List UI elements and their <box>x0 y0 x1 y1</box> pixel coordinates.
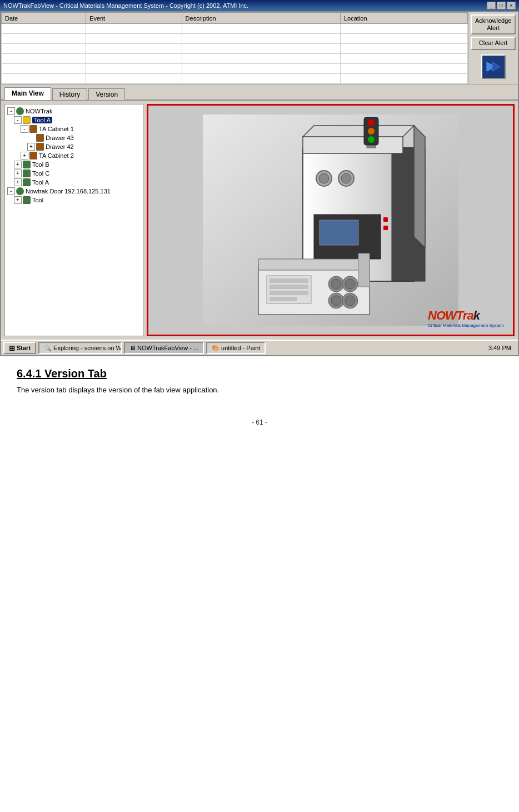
explorer-icon: 🔍 <box>44 345 52 352</box>
title-bar-text: NOWTrakFabView - Critical Materials Mana… <box>3 2 248 9</box>
tree-label: Nowtrak Door 192.168.125.131 <box>26 188 111 195</box>
screenshot-wrapper: NOWTrakFabView - Critical Materials Mana… <box>0 0 519 437</box>
alert-cell <box>2 44 86 54</box>
tree-toggle[interactable]: + <box>14 196 22 204</box>
acknowledge-alert-button[interactable]: AcknowledgeAlert <box>471 14 516 34</box>
tree-item[interactable]: +Drawer 42 <box>7 142 141 151</box>
alert-cell <box>340 34 467 44</box>
alert-cell <box>340 74 467 84</box>
alert-cell <box>2 54 86 64</box>
col-location: Location <box>340 13 467 24</box>
paint-icon: 🎨 <box>212 345 219 352</box>
tree-panel: -NOWTrak-Tool A-TA Cabinet 1Drawer 43+Dr… <box>4 104 143 336</box>
tree-icon-nowtrak <box>16 107 24 115</box>
doc-content: 6.4.1 Version Tab The version tab displa… <box>0 356 519 437</box>
preview-logo-sub: Critical Materials Management System <box>428 323 504 328</box>
tree-item[interactable]: Drawer 43 <box>7 133 141 142</box>
tree-label: Tool <box>32 197 43 203</box>
tree-toggle[interactable]: - <box>21 125 28 133</box>
minimize-button[interactable]: _ <box>487 2 496 9</box>
svg-rect-25 <box>270 278 308 283</box>
doc-heading: 6.4.1 Version Tab <box>17 367 502 380</box>
tree-item[interactable]: +Tool B <box>7 160 141 169</box>
tree-icon-tool-green <box>23 196 31 204</box>
tree-item[interactable]: -Nowtrak Door 192.168.125.131 <box>7 187 141 196</box>
alert-cell <box>86 54 182 64</box>
tree-item[interactable]: -Tool A <box>7 116 141 124</box>
alert-cell <box>86 74 182 84</box>
title-bar: NOWTrakFabView - Critical Materials Mana… <box>0 0 519 11</box>
tree-label: Tool A <box>32 117 52 123</box>
start-button[interactable]: ⊞ Start <box>3 342 36 354</box>
svg-rect-11 <box>383 217 388 222</box>
tree-item[interactable]: -NOWTrak <box>7 107 141 116</box>
title-bar-controls: _ □ × <box>487 2 516 9</box>
tree-item[interactable]: +Tool <box>7 196 141 205</box>
tree-label: NOWTrak <box>26 108 52 114</box>
doc-paragraph: The version tab displays the version of … <box>17 385 502 396</box>
clear-alert-button[interactable]: Clear Alert <box>471 37 516 49</box>
tree-item[interactable]: -TA Cabinet 1 <box>7 124 141 133</box>
maximize-button[interactable]: □ <box>497 2 506 9</box>
svg-rect-23 <box>258 259 370 270</box>
alert-area: Date Event Description Location Acknowle… <box>1 12 518 84</box>
svg-point-19 <box>368 119 375 126</box>
svg-marker-7 <box>303 126 414 137</box>
alert-cell <box>340 64 467 74</box>
tree-icon-drawer <box>36 143 44 151</box>
taskbar-item-paint[interactable]: 🎨 untitled - Paint <box>206 342 266 354</box>
tree-toggle[interactable]: + <box>27 143 35 151</box>
tree-icon-drawer <box>36 134 44 142</box>
tree-toggle[interactable]: - <box>7 187 15 195</box>
alert-cell <box>340 44 467 54</box>
tree-label: Drawer 43 <box>46 134 74 141</box>
tree-label: Drawer 42 <box>46 143 74 150</box>
svg-point-16 <box>341 173 351 183</box>
close-button[interactable]: × <box>507 2 516 9</box>
tree-item[interactable]: +TA Cabinet 2 <box>7 151 141 160</box>
svg-point-21 <box>368 136 375 143</box>
col-event: Event <box>86 13 182 24</box>
tree-item[interactable]: +Tool C <box>7 169 141 178</box>
tree-toggle[interactable]: + <box>21 152 28 160</box>
tree-toggle[interactable]: + <box>14 170 22 177</box>
svg-point-14 <box>319 173 329 183</box>
alert-cell <box>2 74 86 84</box>
svg-rect-12 <box>383 226 388 230</box>
taskbar-item-explorer[interactable]: 🔍 Exploring - screens on W... <box>38 342 122 354</box>
tree-toggle[interactable]: + <box>14 161 22 168</box>
alert-cell <box>86 34 182 44</box>
alert-cell <box>86 64 182 74</box>
svg-rect-26 <box>270 285 308 289</box>
tree-toggle[interactable]: - <box>7 107 15 115</box>
preview-panel: NOWTrak Critical Materials Management Sy… <box>147 104 515 336</box>
svg-point-34 <box>331 296 341 306</box>
alert-cell <box>2 34 86 44</box>
tree-toggle[interactable]: - <box>14 116 22 124</box>
tab-version[interactable]: Version <box>88 88 125 100</box>
svg-point-20 <box>368 128 375 134</box>
tab-main-view[interactable]: Main View <box>4 87 51 100</box>
alert-cell <box>182 24 340 34</box>
tree-label: TA Cabinet 1 <box>39 126 74 132</box>
alert-cell <box>182 64 340 74</box>
tree-label: TA Cabinet 2 <box>39 152 74 159</box>
tree-icon-tool-green <box>23 170 31 177</box>
tree-icon-tool-green <box>23 178 31 186</box>
col-description: Description <box>182 13 340 24</box>
tab-history[interactable]: History <box>52 88 87 100</box>
svg-point-32 <box>345 279 355 289</box>
alert-cell <box>2 64 86 74</box>
nowtrak-logo-button[interactable] <box>481 54 506 79</box>
alert-cell <box>182 44 340 54</box>
taskbar-item-nowtrak[interactable]: 🖥 NOWTrakFabView - ... <box>124 342 204 354</box>
svg-point-30 <box>331 279 341 289</box>
tabs-bar: Main View History Version <box>1 84 518 101</box>
alert-cell <box>340 24 467 34</box>
nowtrak-taskbar-icon: 🖥 <box>129 345 136 351</box>
tree-item[interactable]: +Tool A <box>7 178 141 187</box>
tree-icon-nowtrak <box>16 187 24 195</box>
alert-buttons: AcknowledgeAlert Clear Alert <box>468 12 518 84</box>
tree-toggle[interactable]: + <box>14 178 22 186</box>
alert-cell <box>2 24 86 34</box>
